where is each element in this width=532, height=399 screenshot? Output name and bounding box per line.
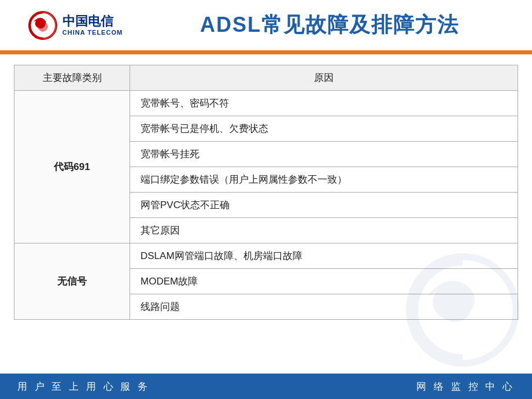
col1-header: 主要故障类别 bbox=[14, 65, 130, 91]
category-cell-0: 代码691 bbox=[14, 91, 130, 243]
china-telecom-logo-icon bbox=[28, 10, 58, 40]
reason-cell-0-1: 宽带帐号已是停机、欠费状态 bbox=[130, 116, 518, 142]
reason-cell-0-4: 网管PVC状态不正确 bbox=[130, 193, 518, 218]
reason-cell-0-5: 其它原因 bbox=[130, 218, 518, 243]
category-cell-1: 无信号 bbox=[14, 243, 130, 320]
reason-cell-0-2: 宽带帐号挂死 bbox=[130, 142, 518, 167]
logo-text-area: 中国电信 CHINA TELECOM bbox=[62, 14, 123, 35]
table-header-row: 主要故障类别 原因 bbox=[14, 65, 518, 91]
footer: 用 户 至 上 用 心 服 务 网 络 监 控 中 心 bbox=[0, 374, 532, 399]
logo-chinese-text: 中国电信 bbox=[62, 14, 113, 28]
main-content: 主要故障类别 原因 代码691宽带帐号、密码不符宽带帐号已是停机、欠费状态宽带帐… bbox=[0, 54, 532, 330]
header: 中国电信 CHINA TELECOM ADSL常见故障及排障方法 bbox=[0, 0, 532, 52]
reason-cell-0-0: 宽带帐号、密码不符 bbox=[130, 91, 518, 116]
page-title: ADSL常见故障及排障方法 bbox=[139, 11, 520, 39]
footer-right-text: 网 络 监 控 中 心 bbox=[416, 380, 515, 393]
fault-table: 主要故障类别 原因 代码691宽带帐号、密码不符宽带帐号已是停机、欠费状态宽带帐… bbox=[14, 65, 518, 320]
col2-header: 原因 bbox=[130, 65, 518, 91]
logo-area: 中国电信 CHINA TELECOM bbox=[12, 10, 139, 40]
footer-left-text: 用 户 至 上 用 心 服 务 bbox=[17, 380, 150, 393]
reason-cell-1-1: MODEM故障 bbox=[130, 269, 518, 294]
logo-icon: 中国电信 CHINA TELECOM bbox=[28, 10, 123, 40]
reason-cell-1-2: 线路问题 bbox=[130, 294, 518, 320]
reason-cell-1-0: DSLAM网管端口故障、机房端口故障 bbox=[130, 243, 518, 269]
logo-english-text: CHINA TELECOM bbox=[62, 29, 123, 36]
table-row: 代码691宽带帐号、密码不符 bbox=[14, 91, 518, 116]
reason-cell-0-3: 端口绑定参数错误（用户上网属性参数不一致） bbox=[130, 167, 518, 193]
table-row: 无信号DSLAM网管端口故障、机房端口故障 bbox=[14, 243, 518, 269]
